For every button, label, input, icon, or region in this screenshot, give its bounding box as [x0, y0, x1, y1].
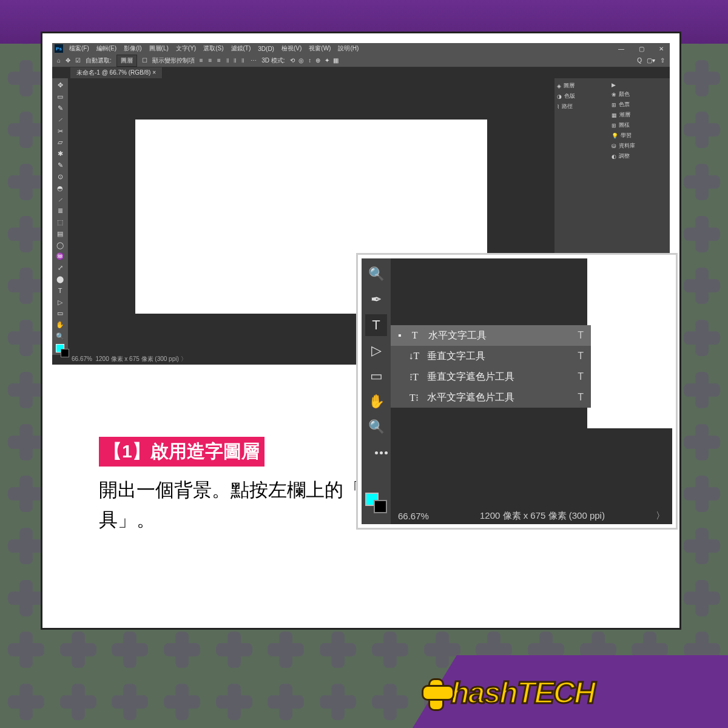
panel-item[interactable]: ⊞色票: [612, 99, 667, 110]
menu-item[interactable]: 圖層(L): [146, 44, 172, 53]
menu-item[interactable]: 檢視(V): [278, 44, 305, 53]
menu-bar: Ps 檔案(F) 編輯(E) 影像(I) 圖層(L) 文字(Y) 選取(S) 濾…: [52, 43, 670, 54]
move-icon: ✥: [66, 57, 70, 64]
transform-label: 顯示變形控制項: [152, 56, 195, 65]
flyout-item[interactable]: ⁝T垂直文字遮色片工具T: [391, 366, 591, 387]
brand-logo: hashTECH: [418, 675, 595, 711]
flyout-item[interactable]: T⁝水平文字遮色片工具T: [391, 387, 591, 408]
tool-button[interactable]: ✂: [55, 126, 66, 136]
panel-item[interactable]: ◈圖層: [557, 81, 607, 91]
tool-button[interactable]: ⟋: [55, 195, 66, 204]
more-icon[interactable]: ⋯: [251, 57, 257, 64]
maximize-btn[interactable]: ▢: [635, 46, 648, 52]
document-tabs: 未命名-1 @ 66.7% (RGB/8) ×: [52, 67, 670, 78]
inset-tool[interactable]: ✋: [365, 391, 387, 413]
tool-button[interactable]: ▤: [55, 229, 66, 238]
tool-button[interactable]: ⬤: [55, 275, 66, 285]
inset-tool[interactable]: 🔍: [365, 263, 387, 285]
panel-item[interactable]: ⌇路徑: [557, 101, 607, 112]
menu-item[interactable]: 編輯(E): [93, 44, 120, 53]
tool-button[interactable]: ✋: [55, 320, 66, 330]
panel-item[interactable]: ▦漸層: [612, 110, 667, 120]
tool-button[interactable]: ✱: [55, 149, 66, 159]
inset-zoom: 🔍✒T▷▭✋🔍 ▪T水平文字工具T ↓T垂直文字工具T ⁝T垂直文字遮色片工具T…: [356, 253, 678, 530]
plus-icon: [418, 675, 454, 711]
menu-item[interactable]: 濾鏡(T): [228, 44, 255, 53]
tool-button[interactable]: ✥: [55, 81, 66, 90]
inset-tool[interactable]: T: [365, 314, 387, 336]
tool-button[interactable]: ⬚: [55, 218, 66, 228]
panel-item[interactable]: ▶: [612, 81, 667, 89]
panel-item[interactable]: 💡學習: [612, 130, 667, 141]
panel-item[interactable]: ⊞圖樣: [612, 120, 667, 130]
mode-label: 3D 模式:: [261, 56, 285, 65]
tool-button[interactable]: ⊙: [55, 172, 66, 181]
flyout-item[interactable]: ▪T水平文字工具T: [391, 325, 591, 346]
panel-item[interactable]: ⛁資料庫: [612, 141, 667, 151]
menu-item[interactable]: 影像(I): [120, 44, 145, 53]
tool-button[interactable]: ▱: [55, 138, 66, 147]
menu-item[interactable]: 視窗(W): [305, 44, 334, 53]
tool-button[interactable]: 🔍: [55, 332, 66, 342]
menu-item[interactable]: 選取(S): [200, 44, 227, 53]
status-bar: 66.67% 1200 像素 x 675 像素 (300 ppi) 〉: [70, 354, 188, 365]
app-logo: Ps: [55, 44, 63, 53]
step-title: 【1】啟用造字圖層: [99, 437, 265, 467]
panel-item[interactable]: ◐調整: [612, 151, 667, 161]
tool-button[interactable]: ⤢: [55, 263, 66, 273]
menu-item[interactable]: 3D(D): [254, 46, 278, 52]
bg-swatch[interactable]: [61, 349, 69, 357]
layer-dropdown[interactable]: 圖層: [116, 55, 137, 67]
brand-text: hashTECH: [451, 675, 595, 710]
3d-icons[interactable]: ⟲ ◎ ↕ ⊕ ✦ ▦: [290, 57, 340, 64]
tool-palette: ✥▭✎⟋✂▱✱✎⊙◓⟋≣⬚▤◯♒⤢⬤T▷▭✋🔍⋯: [52, 78, 68, 355]
inset-bg-swatch[interactable]: [374, 500, 387, 513]
options-bar: ⌂ ✥ ☑ 自動選取: 圖層 ☐ 顯示變形控制項 ≡ ≡ ≡ ⫴ ⫴ ⫴ ⋯ 3…: [52, 54, 670, 67]
inset-status: 66.67% 1200 像素 x 675 像素 (300 ppi) 〉: [398, 510, 665, 522]
type-tool-flyout: ▪T水平文字工具T ↓T垂直文字工具T ⁝T垂直文字遮色片工具T T⁝水平文字遮…: [391, 325, 591, 408]
window-controls: — ▢ ✕: [615, 46, 667, 52]
tool-button[interactable]: ✎: [55, 104, 66, 113]
align-icons[interactable]: ≡ ≡ ≡ ⫴ ⫴ ⫴: [200, 57, 246, 64]
tool-button[interactable]: ▭: [55, 309, 66, 318]
inset-tool[interactable]: 🔍: [365, 416, 387, 438]
inset-tool[interactable]: ▭: [365, 365, 387, 387]
panel-item[interactable]: ◑色版: [557, 91, 607, 101]
flyout-item[interactable]: ↓T垂直文字工具T: [391, 346, 591, 366]
inset-tool[interactable]: ▷: [365, 340, 387, 362]
doc-tab[interactable]: 未命名-1 @ 66.7% (RGB/8) ×: [70, 67, 163, 78]
minimize-btn[interactable]: —: [615, 46, 628, 52]
home-icon[interactable]: ⌂: [57, 57, 61, 64]
tool-button[interactable]: ≣: [55, 206, 66, 216]
tool-button[interactable]: ⟋: [55, 115, 66, 124]
share-icon[interactable]: ⇧: [660, 57, 665, 64]
tool-button[interactable]: T: [55, 286, 66, 295]
tool-button[interactable]: ✎: [55, 161, 66, 170]
tool-button[interactable]: ▭: [55, 92, 66, 102]
tool-button[interactable]: ▷: [55, 297, 66, 307]
inset-canvas: [587, 258, 672, 428]
inset-toolbar: 🔍✒T▷▭✋🔍: [362, 258, 391, 524]
tool-button[interactable]: ♒: [55, 252, 66, 261]
inset-tool[interactable]: [365, 442, 387, 463]
menu-item[interactable]: 說明(H): [334, 44, 362, 53]
tool-button[interactable]: ◓: [55, 183, 66, 193]
screen-icon[interactable]: ▢▾: [647, 57, 655, 64]
panel-item[interactable]: ❀顏色: [612, 89, 667, 99]
menu-item[interactable]: 文字(Y): [172, 44, 200, 53]
search-icon[interactable]: Q: [637, 57, 642, 64]
tool-button[interactable]: ◯: [55, 240, 66, 250]
close-btn[interactable]: ✕: [655, 46, 667, 52]
menu-item[interactable]: 檔案(F): [66, 44, 93, 53]
inset-tool[interactable]: ✒: [365, 289, 387, 311]
autoselect-label: 自動選取:: [86, 56, 112, 65]
